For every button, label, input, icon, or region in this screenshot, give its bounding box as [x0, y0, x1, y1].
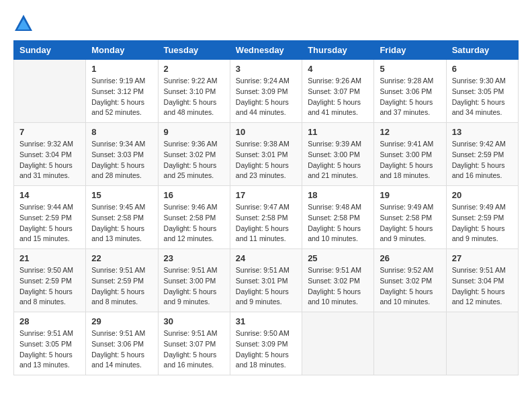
day-number: 17 [236, 190, 296, 200]
day-info: Sunrise: 9:34 AM Sunset: 3:03 PM Dayligh… [91, 139, 152, 181]
day-info: Sunrise: 9:49 AM Sunset: 2:59 PM Dayligh… [452, 202, 513, 244]
calendar-week-2: 14Sunrise: 9:44 AM Sunset: 2:59 PM Dayli… [14, 186, 519, 249]
day-info: Sunrise: 9:51 AM Sunset: 3:07 PM Dayligh… [164, 328, 224, 371]
day-number: 12 [380, 127, 440, 137]
calendar-cell: 17Sunrise: 9:47 AM Sunset: 2:58 PM Dayli… [230, 186, 302, 249]
calendar-cell: 14Sunrise: 9:44 AM Sunset: 2:59 PM Dayli… [14, 186, 86, 249]
day-info: Sunrise: 9:41 AM Sunset: 3:00 PM Dayligh… [380, 139, 440, 181]
logo-icon [13, 13, 34, 34]
calendar-table: SundayMondayTuesdayWednesdayThursdayFrid… [13, 40, 519, 375]
day-number: 6 [452, 64, 513, 74]
day-number: 7 [19, 127, 80, 137]
calendar-cell: 29Sunrise: 9:51 AM Sunset: 3:06 PM Dayli… [86, 312, 158, 375]
calendar-cell: 13Sunrise: 9:42 AM Sunset: 2:59 PM Dayli… [446, 123, 518, 186]
weekday-header-saturday: Saturday [446, 41, 518, 60]
calendar-cell: 7Sunrise: 9:32 AM Sunset: 3:04 PM Daylig… [14, 123, 86, 186]
calendar-header: SundayMondayTuesdayWednesdayThursdayFrid… [14, 41, 519, 60]
day-info: Sunrise: 9:39 AM Sunset: 3:00 PM Dayligh… [308, 139, 368, 181]
calendar-cell [14, 60, 86, 123]
day-info: Sunrise: 9:51 AM Sunset: 3:05 PM Dayligh… [19, 328, 80, 371]
calendar-cell: 26Sunrise: 9:52 AM Sunset: 3:02 PM Dayli… [374, 249, 446, 312]
day-number: 8 [91, 127, 152, 137]
day-info: Sunrise: 9:52 AM Sunset: 3:02 PM Dayligh… [380, 265, 440, 308]
day-number: 15 [91, 190, 152, 200]
calendar-cell: 9Sunrise: 9:36 AM Sunset: 3:02 PM Daylig… [158, 123, 230, 186]
calendar-cell: 19Sunrise: 9:49 AM Sunset: 2:58 PM Dayli… [374, 186, 446, 249]
day-info: Sunrise: 9:51 AM Sunset: 3:01 PM Dayligh… [236, 265, 296, 308]
calendar-cell: 5Sunrise: 9:28 AM Sunset: 3:06 PM Daylig… [374, 60, 446, 123]
day-number: 10 [236, 127, 296, 137]
day-info: Sunrise: 9:32 AM Sunset: 3:04 PM Dayligh… [19, 139, 80, 181]
day-number: 24 [236, 253, 296, 263]
day-number: 5 [380, 64, 440, 74]
logo [13, 13, 36, 34]
day-number: 25 [308, 253, 368, 263]
calendar-cell: 28Sunrise: 9:51 AM Sunset: 3:05 PM Dayli… [14, 312, 86, 375]
day-number: 20 [452, 190, 513, 200]
day-info: Sunrise: 9:26 AM Sunset: 3:07 PM Dayligh… [308, 76, 368, 118]
weekday-header-monday: Monday [86, 41, 158, 60]
calendar-body: 1Sunrise: 9:19 AM Sunset: 3:12 PM Daylig… [14, 60, 519, 375]
day-info: Sunrise: 9:24 AM Sunset: 3:09 PM Dayligh… [236, 76, 296, 118]
weekday-header-wednesday: Wednesday [230, 41, 302, 60]
calendar-cell: 23Sunrise: 9:51 AM Sunset: 3:00 PM Dayli… [158, 249, 230, 312]
page-header [13, 13, 519, 34]
day-number: 14 [19, 190, 80, 200]
day-info: Sunrise: 9:38 AM Sunset: 3:01 PM Dayligh… [236, 139, 296, 181]
calendar-cell: 6Sunrise: 9:30 AM Sunset: 3:05 PM Daylig… [446, 60, 518, 123]
calendar-cell: 22Sunrise: 9:51 AM Sunset: 2:59 PM Dayli… [86, 249, 158, 312]
day-number: 30 [164, 316, 224, 326]
calendar-week-0: 1Sunrise: 9:19 AM Sunset: 3:12 PM Daylig… [14, 60, 519, 123]
day-number: 19 [380, 190, 440, 200]
day-info: Sunrise: 9:50 AM Sunset: 2:59 PM Dayligh… [19, 265, 80, 308]
calendar-cell: 2Sunrise: 9:22 AM Sunset: 3:10 PM Daylig… [158, 60, 230, 123]
day-info: Sunrise: 9:51 AM Sunset: 3:04 PM Dayligh… [452, 265, 513, 308]
day-info: Sunrise: 9:30 AM Sunset: 3:05 PM Dayligh… [452, 76, 513, 118]
day-info: Sunrise: 9:48 AM Sunset: 2:58 PM Dayligh… [308, 202, 368, 244]
calendar-cell: 24Sunrise: 9:51 AM Sunset: 3:01 PM Dayli… [230, 249, 302, 312]
day-info: Sunrise: 9:42 AM Sunset: 2:59 PM Dayligh… [452, 139, 513, 181]
weekday-header-tuesday: Tuesday [158, 41, 230, 60]
day-number: 2 [164, 64, 224, 74]
calendar-cell: 4Sunrise: 9:26 AM Sunset: 3:07 PM Daylig… [302, 60, 374, 123]
calendar-week-3: 21Sunrise: 9:50 AM Sunset: 2:59 PM Dayli… [14, 249, 519, 312]
calendar-cell [446, 312, 518, 375]
weekday-row: SundayMondayTuesdayWednesdayThursdayFrid… [14, 41, 519, 60]
calendar-cell: 18Sunrise: 9:48 AM Sunset: 2:58 PM Dayli… [302, 186, 374, 249]
day-number: 31 [236, 316, 296, 326]
day-number: 22 [91, 253, 152, 263]
day-number: 29 [91, 316, 152, 326]
day-number: 16 [164, 190, 224, 200]
calendar-cell: 31Sunrise: 9:50 AM Sunset: 3:09 PM Dayli… [230, 312, 302, 375]
weekday-header-friday: Friday [374, 41, 446, 60]
calendar-cell: 1Sunrise: 9:19 AM Sunset: 3:12 PM Daylig… [86, 60, 158, 123]
calendar-cell: 21Sunrise: 9:50 AM Sunset: 2:59 PM Dayli… [14, 249, 86, 312]
calendar-cell: 16Sunrise: 9:46 AM Sunset: 2:58 PM Dayli… [158, 186, 230, 249]
day-number: 23 [164, 253, 224, 263]
day-number: 9 [164, 127, 224, 137]
calendar-cell [374, 312, 446, 375]
day-number: 4 [308, 64, 368, 74]
calendar-cell: 25Sunrise: 9:51 AM Sunset: 3:02 PM Dayli… [302, 249, 374, 312]
day-number: 3 [236, 64, 296, 74]
day-number: 21 [19, 253, 80, 263]
day-info: Sunrise: 9:19 AM Sunset: 3:12 PM Dayligh… [91, 76, 152, 118]
day-info: Sunrise: 9:46 AM Sunset: 2:58 PM Dayligh… [164, 202, 224, 244]
day-info: Sunrise: 9:51 AM Sunset: 3:06 PM Dayligh… [91, 328, 152, 371]
calendar-week-4: 28Sunrise: 9:51 AM Sunset: 3:05 PM Dayli… [14, 312, 519, 375]
day-info: Sunrise: 9:36 AM Sunset: 3:02 PM Dayligh… [164, 139, 224, 181]
day-info: Sunrise: 9:22 AM Sunset: 3:10 PM Dayligh… [164, 76, 224, 118]
day-number: 13 [452, 127, 513, 137]
day-number: 11 [308, 127, 368, 137]
day-info: Sunrise: 9:51 AM Sunset: 3:00 PM Dayligh… [164, 265, 224, 308]
calendar-cell: 8Sunrise: 9:34 AM Sunset: 3:03 PM Daylig… [86, 123, 158, 186]
day-info: Sunrise: 9:28 AM Sunset: 3:06 PM Dayligh… [380, 76, 440, 118]
day-info: Sunrise: 9:49 AM Sunset: 2:58 PM Dayligh… [380, 202, 440, 244]
day-info: Sunrise: 9:44 AM Sunset: 2:59 PM Dayligh… [19, 202, 80, 244]
calendar-cell: 3Sunrise: 9:24 AM Sunset: 3:09 PM Daylig… [230, 60, 302, 123]
calendar-week-1: 7Sunrise: 9:32 AM Sunset: 3:04 PM Daylig… [14, 123, 519, 186]
day-info: Sunrise: 9:45 AM Sunset: 2:58 PM Dayligh… [91, 202, 152, 244]
weekday-header-thursday: Thursday [302, 41, 374, 60]
calendar-cell: 11Sunrise: 9:39 AM Sunset: 3:00 PM Dayli… [302, 123, 374, 186]
calendar-cell: 10Sunrise: 9:38 AM Sunset: 3:01 PM Dayli… [230, 123, 302, 186]
